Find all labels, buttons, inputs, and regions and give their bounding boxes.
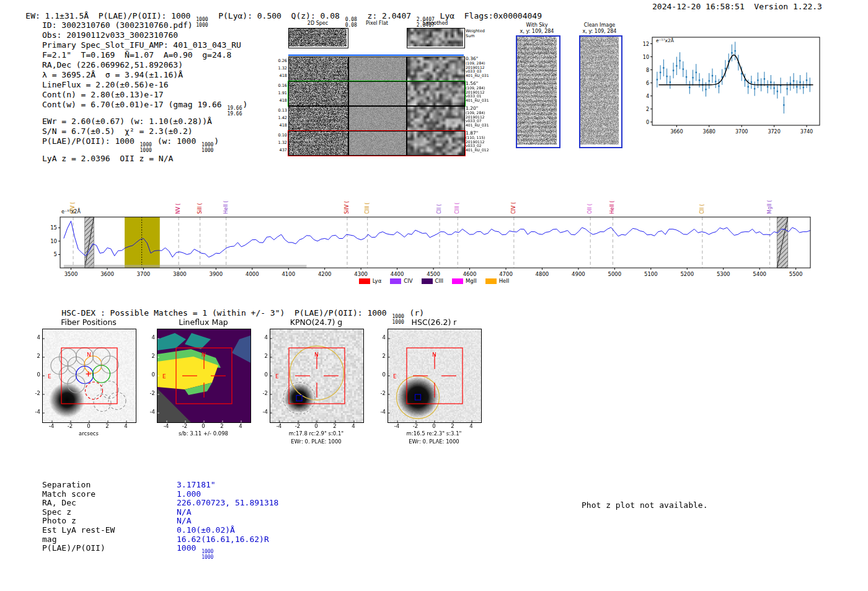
match-row-value: 1000 10001000 <box>177 543 214 560</box>
elixer-report-page: EW: 1.1±31.5Å P(LAE)/P(OII): 1000 100010… <box>0 0 868 591</box>
photz-note: Phot z plot not available. <box>582 500 708 510</box>
match-row-label: Separation <box>42 480 91 489</box>
match-value-text: 1000 <box>177 543 201 553</box>
match-row-label: Est LyA rest-EW <box>42 525 115 535</box>
match-row-value: 16.62(16.61,16.62)R <box>177 535 269 544</box>
match-row-value: 1.000 <box>177 489 201 499</box>
match-table: Separation3.17181"Match score1.000RA, De… <box>0 0 868 591</box>
match-row-value: 0.10(±0.02)Å <box>177 525 235 535</box>
match-row-value: 226.070723, 51.891318 <box>177 498 278 507</box>
match-row-label: RA, Dec <box>42 498 76 507</box>
match-row-label: mag <box>42 535 56 544</box>
match-row-label: Spec z <box>42 507 71 517</box>
match-row-value: N/A <box>177 507 191 517</box>
match-row-value: N/A <box>177 516 191 525</box>
fraction: 10001000 <box>202 549 213 560</box>
match-row-label: P(LAE)/P(OII) <box>42 543 105 553</box>
match-row-label: Photo z <box>42 516 76 525</box>
match-row-label: Match score <box>42 489 95 499</box>
match-row-value: 3.17181" <box>177 480 216 489</box>
